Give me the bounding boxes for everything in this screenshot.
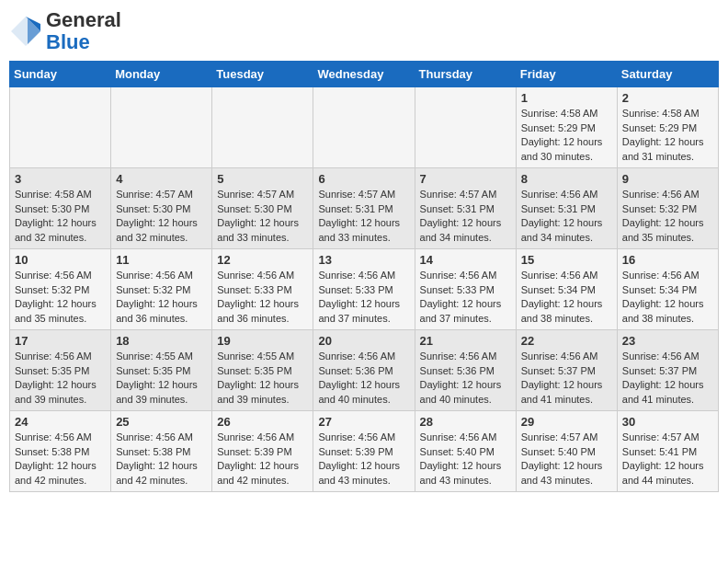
- day-info: Sunrise: 4:58 AM Sunset: 5:29 PM Dayligh…: [622, 107, 713, 164]
- day-cell: 10Sunrise: 4:56 AM Sunset: 5:32 PM Dayli…: [10, 249, 111, 330]
- day-cell: 18Sunrise: 4:55 AM Sunset: 5:35 PM Dayli…: [111, 330, 212, 411]
- day-cell: 29Sunrise: 4:57 AM Sunset: 5:40 PM Dayli…: [516, 411, 617, 492]
- header-day-tuesday: Tuesday: [212, 62, 313, 87]
- day-number: 15: [521, 253, 612, 267]
- day-cell: 4Sunrise: 4:57 AM Sunset: 5:30 PM Daylig…: [111, 168, 212, 249]
- day-number: 22: [521, 334, 612, 348]
- day-cell: 28Sunrise: 4:56 AM Sunset: 5:40 PM Dayli…: [415, 411, 516, 492]
- day-cell: 13Sunrise: 4:56 AM Sunset: 5:33 PM Dayli…: [313, 249, 415, 330]
- day-number: 7: [420, 172, 511, 186]
- day-info: Sunrise: 4:56 AM Sunset: 5:33 PM Dayligh…: [318, 269, 409, 326]
- day-number: 10: [15, 253, 106, 267]
- day-cell: 1Sunrise: 4:58 AM Sunset: 5:29 PM Daylig…: [516, 87, 617, 168]
- day-info: Sunrise: 4:57 AM Sunset: 5:31 PM Dayligh…: [318, 188, 409, 245]
- day-cell: 6Sunrise: 4:57 AM Sunset: 5:31 PM Daylig…: [313, 168, 415, 249]
- day-cell: 20Sunrise: 4:56 AM Sunset: 5:36 PM Dayli…: [313, 330, 415, 411]
- header-day-friday: Friday: [516, 62, 617, 87]
- day-info: Sunrise: 4:56 AM Sunset: 5:37 PM Dayligh…: [521, 350, 612, 407]
- day-cell: 25Sunrise: 4:56 AM Sunset: 5:38 PM Dayli…: [111, 411, 212, 492]
- day-info: Sunrise: 4:55 AM Sunset: 5:35 PM Dayligh…: [116, 350, 207, 407]
- day-cell: [10, 87, 111, 168]
- day-number: 5: [217, 172, 308, 186]
- logo-general: General: [46, 9, 121, 31]
- header-day-wednesday: Wednesday: [313, 62, 415, 87]
- day-number: 23: [622, 334, 713, 348]
- day-info: Sunrise: 4:56 AM Sunset: 5:38 PM Dayligh…: [116, 431, 207, 488]
- day-info: Sunrise: 4:55 AM Sunset: 5:35 PM Dayligh…: [217, 350, 308, 407]
- calendar-header: SundayMondayTuesdayWednesdayThursdayFrid…: [10, 62, 719, 87]
- day-info: Sunrise: 4:57 AM Sunset: 5:40 PM Dayligh…: [521, 431, 612, 488]
- day-cell: [415, 87, 516, 168]
- day-cell: 7Sunrise: 4:57 AM Sunset: 5:31 PM Daylig…: [415, 168, 516, 249]
- day-number: 17: [15, 334, 106, 348]
- day-number: 29: [521, 415, 612, 429]
- header-row: SundayMondayTuesdayWednesdayThursdayFrid…: [10, 62, 719, 87]
- day-number: 3: [15, 172, 106, 186]
- day-info: Sunrise: 4:58 AM Sunset: 5:29 PM Dayligh…: [521, 107, 612, 164]
- day-info: Sunrise: 4:56 AM Sunset: 5:31 PM Dayligh…: [521, 188, 612, 245]
- day-cell: 11Sunrise: 4:56 AM Sunset: 5:32 PM Dayli…: [111, 249, 212, 330]
- day-cell: 8Sunrise: 4:56 AM Sunset: 5:31 PM Daylig…: [516, 168, 617, 249]
- day-number: 8: [521, 172, 612, 186]
- day-cell: 12Sunrise: 4:56 AM Sunset: 5:33 PM Dayli…: [212, 249, 313, 330]
- day-cell: [212, 87, 313, 168]
- day-number: 16: [622, 253, 713, 267]
- day-info: Sunrise: 4:56 AM Sunset: 5:39 PM Dayligh…: [318, 431, 409, 488]
- day-info: Sunrise: 4:56 AM Sunset: 5:33 PM Dayligh…: [217, 269, 308, 326]
- day-info: Sunrise: 4:57 AM Sunset: 5:30 PM Dayligh…: [217, 188, 308, 245]
- week-row-2: 3Sunrise: 4:58 AM Sunset: 5:30 PM Daylig…: [10, 168, 719, 249]
- day-cell: 14Sunrise: 4:56 AM Sunset: 5:33 PM Dayli…: [415, 249, 516, 330]
- day-cell: [111, 87, 212, 168]
- day-cell: 27Sunrise: 4:56 AM Sunset: 5:39 PM Dayli…: [313, 411, 415, 492]
- week-row-3: 10Sunrise: 4:56 AM Sunset: 5:32 PM Dayli…: [10, 249, 719, 330]
- logo-icon: [9, 15, 42, 48]
- day-cell: 26Sunrise: 4:56 AM Sunset: 5:39 PM Dayli…: [212, 411, 313, 492]
- day-cell: 23Sunrise: 4:56 AM Sunset: 5:37 PM Dayli…: [617, 330, 718, 411]
- logo: General Blue: [9, 9, 121, 53]
- day-info: Sunrise: 4:56 AM Sunset: 5:40 PM Dayligh…: [420, 431, 511, 488]
- day-number: 6: [318, 172, 409, 186]
- day-info: Sunrise: 4:58 AM Sunset: 5:30 PM Dayligh…: [15, 188, 106, 245]
- day-number: 26: [217, 415, 308, 429]
- week-row-1: 1Sunrise: 4:58 AM Sunset: 5:29 PM Daylig…: [10, 87, 719, 168]
- day-cell: [313, 87, 415, 168]
- day-number: 27: [318, 415, 409, 429]
- day-cell: 17Sunrise: 4:56 AM Sunset: 5:35 PM Dayli…: [10, 330, 111, 411]
- day-cell: 9Sunrise: 4:56 AM Sunset: 5:32 PM Daylig…: [617, 168, 718, 249]
- day-info: Sunrise: 4:57 AM Sunset: 5:31 PM Dayligh…: [420, 188, 511, 245]
- day-info: Sunrise: 4:56 AM Sunset: 5:38 PM Dayligh…: [15, 431, 106, 488]
- logo-text: General Blue: [46, 9, 121, 53]
- day-info: Sunrise: 4:57 AM Sunset: 5:30 PM Dayligh…: [116, 188, 207, 245]
- page-header: General Blue: [9, 9, 719, 53]
- day-number: 28: [420, 415, 511, 429]
- day-number: 21: [420, 334, 511, 348]
- day-cell: 19Sunrise: 4:55 AM Sunset: 5:35 PM Dayli…: [212, 330, 313, 411]
- day-info: Sunrise: 4:56 AM Sunset: 5:32 PM Dayligh…: [622, 188, 713, 245]
- header-day-saturday: Saturday: [617, 62, 718, 87]
- day-number: 25: [116, 415, 207, 429]
- day-info: Sunrise: 4:56 AM Sunset: 5:32 PM Dayligh…: [116, 269, 207, 326]
- day-info: Sunrise: 4:56 AM Sunset: 5:39 PM Dayligh…: [217, 431, 308, 488]
- day-info: Sunrise: 4:56 AM Sunset: 5:37 PM Dayligh…: [622, 350, 713, 407]
- day-info: Sunrise: 4:57 AM Sunset: 5:41 PM Dayligh…: [622, 431, 713, 488]
- day-number: 1: [521, 91, 612, 105]
- day-number: 14: [420, 253, 511, 267]
- day-cell: 3Sunrise: 4:58 AM Sunset: 5:30 PM Daylig…: [10, 168, 111, 249]
- day-number: 19: [217, 334, 308, 348]
- day-number: 30: [622, 415, 713, 429]
- day-cell: 2Sunrise: 4:58 AM Sunset: 5:29 PM Daylig…: [617, 87, 718, 168]
- day-info: Sunrise: 4:56 AM Sunset: 5:36 PM Dayligh…: [318, 350, 409, 407]
- day-number: 12: [217, 253, 308, 267]
- day-number: 20: [318, 334, 409, 348]
- header-day-monday: Monday: [111, 62, 212, 87]
- day-info: Sunrise: 4:56 AM Sunset: 5:33 PM Dayligh…: [420, 269, 511, 326]
- logo-blue: Blue: [46, 31, 121, 53]
- day-cell: 16Sunrise: 4:56 AM Sunset: 5:34 PM Dayli…: [617, 249, 718, 330]
- header-day-sunday: Sunday: [10, 62, 111, 87]
- day-info: Sunrise: 4:56 AM Sunset: 5:34 PM Dayligh…: [622, 269, 713, 326]
- week-row-4: 17Sunrise: 4:56 AM Sunset: 5:35 PM Dayli…: [10, 330, 719, 411]
- day-cell: 5Sunrise: 4:57 AM Sunset: 5:30 PM Daylig…: [212, 168, 313, 249]
- day-number: 9: [622, 172, 713, 186]
- day-number: 13: [318, 253, 409, 267]
- day-number: 24: [15, 415, 106, 429]
